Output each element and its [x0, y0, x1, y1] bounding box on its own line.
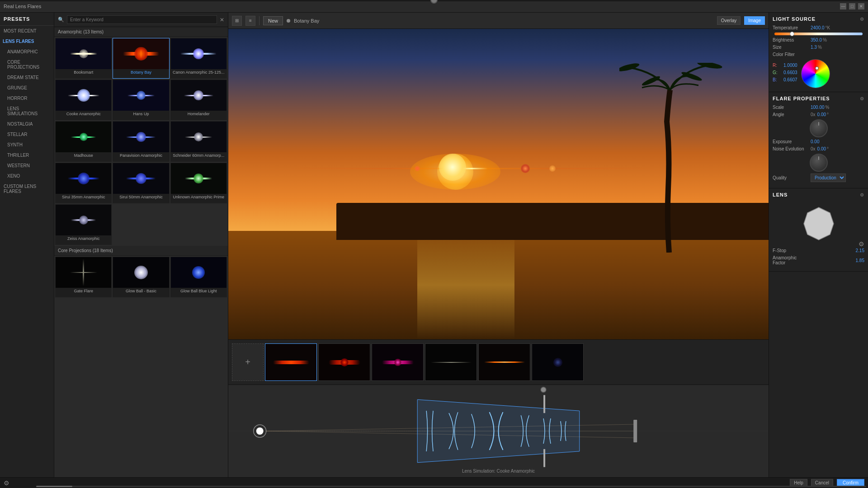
sidebar-item-dream-state[interactable]: DREAM STATE [0, 72, 54, 83]
sidebar-item-custom-lens-flares[interactable]: CUSTOM LENS FLARES [0, 181, 54, 197]
maximize-button[interactable]: □ [849, 3, 855, 9]
preset-hans-up-name: Hans Up [113, 111, 169, 117]
lens-flare-secondary-2 [549, 165, 556, 172]
presets-panel: 🔍 ✕ Anamorphic (13 Items) Booksmart [54, 13, 228, 477]
size-row: Size 1.3 % [773, 45, 864, 50]
light-source-settings-icon[interactable]: ⚙ [860, 17, 864, 22]
preset-canon-anamorphic[interactable]: Canon Anamorphic 25-125... [170, 38, 227, 79]
settings-icon[interactable]: ⚙ [4, 479, 9, 487]
preset-botany-bay-name: Botany Bay [113, 69, 169, 75]
lens-flare-secondary-3 [415, 166, 420, 171]
preset-sirui-35-name: Sirui 35mm Anamorphic [56, 194, 111, 200]
preset-booksmart-name: Booksmart [56, 69, 111, 75]
list-view-button[interactable]: ≡ [245, 16, 255, 26]
preset-booksmart[interactable]: Booksmart [55, 38, 112, 79]
svg-marker-15 [804, 207, 834, 240]
sidebar-item-grunge[interactable]: GRUNGE [0, 83, 54, 93]
preset-unknown-name: Unknown Anamorphic Prime [171, 194, 226, 200]
sidebar-item-anamorphic[interactable]: ANAMORPHIC [0, 47, 54, 57]
component-strip: + [228, 339, 769, 385]
sidebar-item-core-projections[interactable]: CORE PROJECTIONS [0, 57, 54, 72]
search-input[interactable] [67, 15, 217, 24]
clear-search-button[interactable]: ✕ [220, 17, 224, 23]
preset-gate-flare-name: Gate Flare [56, 288, 111, 294]
temperature-slider[interactable] [774, 33, 863, 35]
preset-panavision-name: Panavision Anamorphic [113, 152, 169, 159]
color-wheel[interactable] [801, 59, 830, 88]
svg-point-2 [641, 75, 661, 87]
preset-schneider[interactable]: Schneider 60mm Anamorp... [170, 121, 227, 162]
svg-point-0 [619, 63, 640, 73]
preset-panavision[interactable]: Panavision Anamorphic [113, 121, 169, 162]
svg-rect-9 [543, 449, 545, 467]
minimize-button[interactable]: — [840, 3, 846, 9]
angle-knob[interactable] [810, 119, 828, 137]
new-button[interactable]: New [263, 16, 283, 25]
overlay-button[interactable]: Overlay [717, 16, 741, 25]
preset-botany-bay[interactable]: Botany Bay [113, 38, 169, 79]
sidebar-item-western[interactable]: WESTERN [0, 160, 54, 171]
color-g-row: G: 0.6603 [773, 70, 797, 75]
lens-settings-icon[interactable]: ⚙ [860, 192, 864, 197]
color-filter-row: R: 1.0000 G: 0.6603 B: 0.6607 [773, 59, 864, 88]
preset-madhouse[interactable]: Madhouse [55, 121, 112, 162]
add-component-button[interactable]: + [232, 343, 264, 381]
preset-sirui-35[interactable]: Sirui 35mm Anamorphic [55, 163, 112, 203]
preset-sirui-50[interactable]: Sirui 50mm Anamorphic [113, 163, 169, 203]
component-thumb-2[interactable] [318, 343, 370, 381]
color-wheel-dot[interactable] [815, 66, 819, 70]
fstop-row: F-Stop 2.15 [773, 248, 864, 253]
preset-glow-ball-blue[interactable]: Glow Ball Blue Light [170, 257, 227, 297]
preset-glow-ball-basic[interactable]: Glow Ball - Basic [113, 257, 169, 297]
color-b-row: B: 0.6607 [773, 77, 797, 82]
color-filter-label-row: Color Filter [773, 52, 864, 57]
sidebar-item-lens-simulations[interactable]: LENS SIMULATIONS [0, 103, 54, 119]
lens-shape-container [773, 201, 864, 248]
anamorphic-factor-row: Anamorphic Factor 1.85 [773, 255, 864, 265]
preset-gate-flare[interactable]: Gate Flare [55, 257, 112, 297]
core-projections-grid: Gate Flare Glow Ball - Basic [54, 256, 228, 298]
sidebar-item-stellar[interactable]: STELLAR [0, 129, 54, 140]
component-thumb-4[interactable] [425, 343, 477, 381]
angle-knob-marker [818, 122, 819, 126]
sidebar-item-lens-flares[interactable]: LENS FLARES [0, 36, 54, 47]
presets-scroll[interactable]: Anamorphic (13 Items) Booksmart [54, 27, 228, 477]
close-button[interactable]: ✕ [858, 3, 864, 9]
svg-point-6 [256, 427, 264, 435]
sidebar-item-nostalgia[interactable]: NOSTALGIA [0, 119, 54, 129]
preset-sirui-50-name: Sirui 50mm Anamorphic [113, 194, 169, 200]
color-filter-values: R: 1.0000 G: 0.6603 B: 0.6607 [773, 63, 797, 84]
preset-homelander-name: Homelander [171, 111, 226, 117]
preset-glow-ball-blue-name: Glow Ball Blue Light [171, 288, 226, 294]
exposure-row: Exposure 0.00 [773, 139, 864, 144]
sidebar-item-most-recent[interactable]: MOST RECENT [0, 26, 54, 36]
app-title: Real Lens Flares [4, 4, 41, 9]
image-button[interactable]: Image [744, 16, 765, 25]
sidebar-item-synth[interactable]: SYNTH [0, 140, 54, 150]
component-thumb-1[interactable] [265, 343, 317, 381]
color-r-row: R: 1.0000 [773, 63, 797, 68]
flare-properties-settings-icon[interactable]: ⚙ [860, 96, 864, 101]
noise-evolution-knob[interactable] [810, 154, 828, 172]
canvas-area[interactable] [228, 29, 769, 339]
preset-homelander[interactable]: Homelander [170, 80, 227, 120]
quality-select[interactable]: Production [811, 174, 846, 182]
svg-rect-8 [543, 395, 545, 413]
grid-view-button[interactable]: ⊞ [232, 16, 242, 26]
preset-cooke[interactable]: Cooke Anamorphic [55, 80, 112, 120]
flare-properties-title: FLARE PROPERTIES ⚙ [773, 96, 864, 101]
preset-zeiss-name: Zeiss Anamorphic [56, 235, 111, 242]
temperature-marker[interactable] [790, 32, 794, 36]
preset-zeiss[interactable]: Zeiss Anamorphic [55, 204, 112, 245]
component-thumb-5[interactable] [478, 343, 530, 381]
sidebar-item-thriller[interactable]: THRILLER [0, 150, 54, 160]
sidebar-item-horror[interactable]: HORROR [0, 93, 54, 103]
water-glint [417, 231, 514, 339]
component-thumb-3[interactable] [372, 343, 424, 381]
preset-unknown-anamorphic[interactable]: Unknown Anamorphic Prime [170, 163, 227, 203]
component-thumb-6[interactable] [532, 343, 584, 381]
core-projections-section-title: Core Projections (18 Items) [54, 246, 228, 256]
sidebar-item-xeno[interactable]: XENO [0, 171, 54, 181]
preset-madhouse-name: Madhouse [56, 152, 111, 159]
preset-hans-up[interactable]: Hans Up [113, 80, 169, 120]
